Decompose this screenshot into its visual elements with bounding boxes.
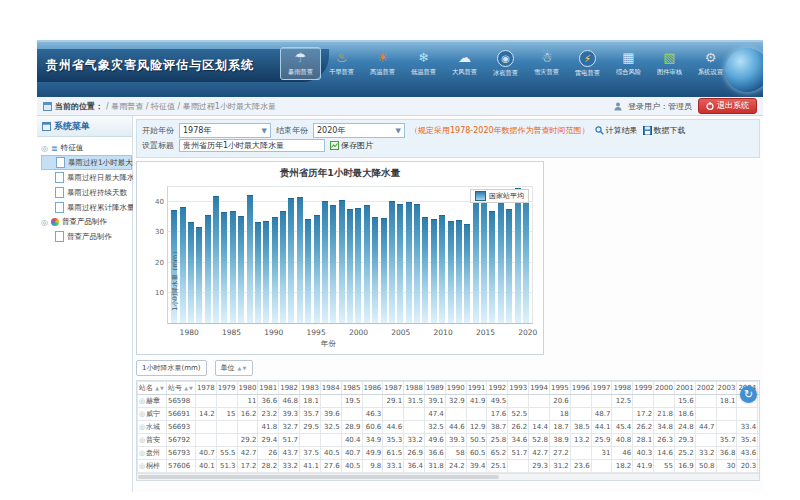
bar-2014[interactable] bbox=[473, 198, 479, 323]
year-column-header[interactable]: 2003 bbox=[716, 382, 737, 395]
logout-button[interactable]: 退出系统 bbox=[698, 98, 757, 114]
bar-1991[interactable] bbox=[280, 211, 286, 323]
table-row[interactable]: ◎水城5669341.832.729.532.528.960.644.632.5… bbox=[138, 421, 761, 434]
year-column-header[interactable]: 1983 bbox=[300, 382, 321, 395]
sidebar-item[interactable]: 暴雨过程日最大降水量 bbox=[41, 170, 132, 185]
year-column-header[interactable]: 1999 bbox=[633, 382, 654, 395]
year-column-header[interactable]: 1987 bbox=[383, 382, 404, 395]
breadcrumb[interactable]: / 暴雨普查 / 特征值 / 暴雨过程1小时最大降水量 bbox=[106, 101, 276, 112]
year-column-header[interactable]: 1980 bbox=[237, 382, 258, 395]
year-column-header[interactable]: 1998 bbox=[612, 382, 633, 395]
calculate-button[interactable]: 计算结果 bbox=[595, 125, 638, 136]
year-column-header[interactable]: 1989 bbox=[424, 382, 445, 395]
bar-2013[interactable] bbox=[464, 224, 470, 323]
nav-item-map-review[interactable]: ▧图件审核 bbox=[649, 47, 690, 80]
year-column-header[interactable]: 1979 bbox=[216, 382, 237, 395]
bar-1982[interactable] bbox=[205, 215, 211, 323]
bar-2012[interactable] bbox=[456, 220, 462, 323]
year-column-header[interactable]: 1978 bbox=[195, 382, 216, 395]
bar-1988[interactable] bbox=[255, 222, 261, 323]
year-column-header[interactable]: 1982 bbox=[279, 382, 300, 395]
bar-2000[interactable] bbox=[355, 208, 361, 323]
sort-filter-icons[interactable]: ▲▼ bbox=[238, 365, 248, 371]
year-column-header[interactable]: 1986 bbox=[362, 382, 383, 395]
bar-2011[interactable] bbox=[448, 221, 454, 323]
year-column-header[interactable]: 2002 bbox=[695, 382, 716, 395]
bar-1984[interactable] bbox=[221, 212, 227, 323]
radio-icon[interactable]: ◎ bbox=[139, 423, 145, 431]
radio-icon[interactable]: ◎ bbox=[139, 397, 145, 405]
year-column-header[interactable]: 1993 bbox=[508, 382, 529, 395]
sidebar-item[interactable]: 暴雨过程1小时最大降水量 bbox=[41, 155, 132, 170]
download-button[interactable]: 数据下载 bbox=[643, 125, 686, 136]
bar-2005[interactable] bbox=[397, 204, 403, 323]
year-column-header[interactable]: 1994 bbox=[529, 382, 550, 395]
sort-icons[interactable]: ▲▼ bbox=[155, 385, 165, 391]
bar-2020[interactable] bbox=[523, 191, 529, 323]
bar-2002[interactable] bbox=[372, 217, 378, 323]
bar-1990[interactable] bbox=[272, 217, 278, 323]
bar-2007[interactable] bbox=[414, 204, 420, 323]
bar-1999[interactable] bbox=[347, 209, 353, 323]
value-field-chip[interactable]: 1小时降水量(mm) bbox=[136, 360, 207, 376]
radio-icon[interactable]: ◎ bbox=[139, 462, 145, 470]
bar-2018[interactable] bbox=[506, 209, 512, 323]
expander-icon[interactable]: ◎ bbox=[41, 218, 48, 227]
bar-2010[interactable] bbox=[439, 215, 445, 323]
nav-item-rainstorm[interactable]: ☂暴雨普查 bbox=[280, 47, 321, 80]
bar-1986[interactable] bbox=[238, 216, 244, 323]
radio-icon[interactable]: ◎ bbox=[139, 410, 145, 418]
bar-2019[interactable] bbox=[515, 188, 521, 323]
bar-2017[interactable] bbox=[498, 201, 504, 323]
table-row[interactable]: ◎赫章565981136.646.818.119.529.131.539.132… bbox=[138, 395, 761, 408]
menu-group[interactable]: ◎≣特征值 bbox=[41, 141, 132, 155]
year-column-header[interactable]: 1988 bbox=[404, 382, 425, 395]
bar-1980[interactable] bbox=[188, 222, 194, 323]
table-row[interactable]: ◎盘州5679340.755.542.72643.737.540.540.749… bbox=[138, 447, 761, 460]
year-column-header[interactable]: 1985 bbox=[341, 382, 362, 395]
year-column-header[interactable]: 1995 bbox=[549, 382, 570, 395]
nav-item-hail[interactable]: ◉冰雹普查 bbox=[485, 47, 526, 80]
bar-2003[interactable] bbox=[381, 218, 387, 323]
year-column-header[interactable]: 1997 bbox=[591, 382, 612, 395]
bar-1989[interactable] bbox=[263, 221, 269, 323]
nav-item-snow[interactable]: ☃雪灾普查 bbox=[526, 47, 567, 80]
bar-1987[interactable] bbox=[247, 195, 253, 323]
bar-1985[interactable] bbox=[230, 211, 236, 323]
bar-1995[interactable] bbox=[314, 215, 320, 323]
bar-1992[interactable] bbox=[288, 198, 294, 323]
nav-item-comprehensive-risk[interactable]: ▦综合风险 bbox=[608, 47, 649, 80]
year-column-header[interactable]: 2001 bbox=[674, 382, 695, 395]
bar-1981[interactable] bbox=[196, 227, 202, 323]
year-column-header[interactable]: 2005 bbox=[758, 382, 760, 395]
name-column-header[interactable]: 站名 ▲▼ bbox=[138, 382, 167, 395]
start-year-select[interactable]: 1978年▼ bbox=[179, 123, 271, 138]
bar-2016[interactable] bbox=[489, 211, 495, 323]
save-image-button[interactable]: 保存图片 bbox=[330, 140, 373, 151]
bar-1993[interactable] bbox=[297, 197, 303, 323]
year-column-header[interactable]: 1992 bbox=[487, 382, 508, 395]
nav-item-drought[interactable]: ♨干旱普查 bbox=[321, 47, 362, 80]
table-row[interactable]: ◎威宁5669114.21516.223.239.335.739.646.347… bbox=[138, 408, 761, 421]
horizontal-scrollbar[interactable] bbox=[137, 473, 759, 480]
year-column-header[interactable]: 2000 bbox=[654, 382, 675, 395]
year-column-header[interactable]: 1981 bbox=[258, 382, 279, 395]
bar-2009[interactable] bbox=[431, 219, 437, 323]
year-column-header[interactable]: 1984 bbox=[320, 382, 341, 395]
bar-2015[interactable] bbox=[481, 194, 487, 323]
sort-icons[interactable]: ▲▼ bbox=[184, 385, 194, 391]
table-row[interactable]: ◎普安5679229.229.451.740.434.935.333.249.6… bbox=[138, 434, 761, 447]
bar-1998[interactable] bbox=[339, 200, 345, 323]
bar-1996[interactable] bbox=[322, 201, 328, 323]
bar-1997[interactable] bbox=[330, 205, 336, 323]
expander-icon[interactable]: ◎ bbox=[41, 144, 48, 153]
year-column-header[interactable]: 1996 bbox=[570, 382, 591, 395]
bar-1979[interactable] bbox=[180, 207, 186, 323]
bar-2004[interactable] bbox=[389, 201, 395, 323]
table-row[interactable]: ◎桐梓5760640.151.317.228.233.241.127.640.5… bbox=[138, 460, 761, 473]
unit-field-chip[interactable]: 单位▲▼ bbox=[215, 360, 254, 376]
chart-title-input[interactable] bbox=[179, 139, 325, 152]
sidebar-item[interactable]: 暴雨过程累计降水量 bbox=[41, 200, 132, 215]
radio-icon[interactable]: ◎ bbox=[139, 449, 145, 457]
bar-2001[interactable] bbox=[364, 205, 370, 323]
